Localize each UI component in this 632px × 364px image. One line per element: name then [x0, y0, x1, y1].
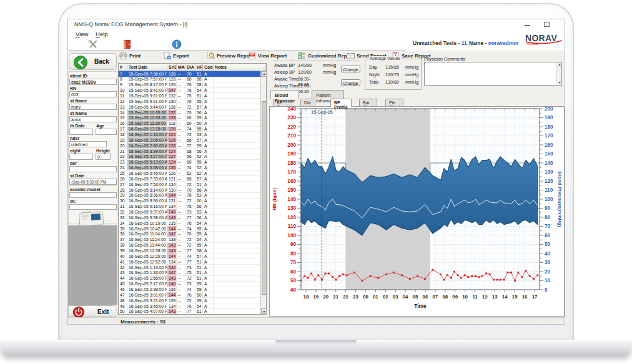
- table-row[interactable]: 2716-Sep-05 7:53:00 AM134--7251A: [119, 182, 261, 187]
- column-header[interactable]: DIA: [185, 64, 195, 71]
- recorder-model-field[interactable]: [69, 192, 117, 198]
- table-row[interactable]: 2816-Sep-05 8:14:00 AM130--7056A: [119, 187, 261, 193]
- column-header[interactable]: #: [119, 64, 127, 71]
- physician-comments-input[interactable]: [424, 62, 562, 86]
- tab-blood-pressure[interactable]: Blood Pressure: [270, 90, 299, 99]
- tab-patient-information[interactable]: Patient Information: [312, 90, 344, 99]
- table-row[interactable]: 1115-Sep-05 9:01:00 PM132--7551A: [119, 93, 261, 99]
- user-name-value[interactable]: noravadmin: [488, 40, 518, 46]
- table-row[interactable]: 1916-Sep-05 2:05:00 AM125--6657A: [119, 137, 261, 143]
- table-scrollbar[interactable]: [260, 71, 266, 314]
- table-row[interactable]: 1515-Sep-05 10:53:00 ...128--6659A: [119, 116, 261, 121]
- exit-button[interactable]: Exit: [68, 305, 117, 317]
- scroll-up-icon[interactable]: [558, 64, 561, 66]
- table-row[interactable]: 2516-Sep-05 6:45:00 AM126--6262A: [119, 170, 261, 176]
- minimize-icon[interactable]: [525, 25, 530, 26]
- svg-text:19: 19: [314, 294, 319, 300]
- table-row[interactable]: 3016-Sep-05 8:56:00 AM131--7260A: [119, 199, 261, 204]
- mrn-field[interactable]: 003: [69, 91, 117, 97]
- unmatched-tests-count[interactable]: 11: [462, 40, 467, 46]
- menu-view[interactable]: View: [76, 31, 88, 37]
- table-row[interactable]: 3316-Sep-05 9:58:00 AM143--7756A: [119, 215, 261, 220]
- table-row[interactable]: 815-Sep-05 7:57:00 PM128--6858A: [119, 77, 261, 82]
- table-row[interactable]: 4616-Sep-05 2:39:00 PM136--7459A: [119, 287, 261, 293]
- table-row[interactable]: 4916-Sep-05 3:45:00 PM134--7654A: [119, 303, 261, 309]
- table-row[interactable]: 3616-Sep-05 11:04:00 ...147--7655A: [119, 232, 261, 237]
- column-header[interactable]: MAP: [177, 64, 185, 71]
- comments-scrollbar[interactable]: [556, 62, 561, 85]
- change-bp-button[interactable]: Change: [341, 66, 360, 72]
- subtab-bp-profile[interactable]: BP Profile: [330, 99, 352, 107]
- svg-text:70: 70: [290, 260, 297, 265]
- table-row[interactable]: 4016-Sep-05 12:29:00 ...144--7457A: [119, 253, 261, 259]
- table-row[interactable]: 4416-Sep-05 1:56:00 PM143--7251A: [119, 276, 261, 282]
- table-row[interactable]: 1816-Sep-05 1:16:00 AM124--7253A: [119, 132, 261, 137]
- subtab-bar-chart[interactable]: Bar Chart: [359, 99, 377, 106]
- svg-text:10: 10: [545, 278, 551, 283]
- table-row[interactable]: 2016-Sep-05 2:50:00 AM128--7259A: [119, 143, 261, 149]
- column-header[interactable]: Notes: [214, 64, 266, 71]
- column-header[interactable]: Code: [203, 64, 214, 71]
- table-row[interactable]: 3416-Sep-05 10:19:00 ...135--7654A: [119, 220, 261, 226]
- preview-report-button[interactable]: Preview Report: [207, 52, 253, 61]
- last-name-label: st Name: [70, 111, 87, 116]
- table-row[interactable]: 2216-Sep-05 4:27:00 AM127--6652A: [119, 154, 261, 160]
- table-row[interactable]: 2316-Sep-05 5:13:00 AM124--6855A: [119, 160, 261, 165]
- maximize-icon[interactable]: [544, 22, 550, 27]
- column-header[interactable]: SYS: [167, 64, 177, 71]
- table-row[interactable]: 3216-Sep-05 9:37:00 AM146--7353A: [119, 209, 261, 215]
- table-row[interactable]: 5016-Sep-05 4:07:00 PM143--7761A: [119, 309, 261, 314]
- table-row[interactable]: 1015-Sep-05 8:41:00 PM147--7654A: [119, 88, 261, 94]
- tools-icon[interactable]: [88, 39, 98, 52]
- export-button[interactable]: Export: [163, 52, 189, 61]
- table-row[interactable]: 4216-Sep-05 1:13:00 PM142--7351A: [119, 265, 261, 270]
- age-field[interactable]: [96, 129, 117, 135]
- table-row[interactable]: 1716-Sep-05 12:28:00 ...126--7455A: [119, 127, 261, 132]
- birth-date-field[interactable]: [69, 129, 93, 135]
- subtab-dia-vs-sys[interactable]: Dia vs Sys: [300, 99, 315, 106]
- serial-number-field[interactable]: [69, 204, 117, 210]
- height-field[interactable]: 0: [96, 154, 111, 160]
- scroll-down-icon[interactable]: [558, 82, 561, 84]
- info-icon[interactable]: [172, 39, 182, 52]
- table-row[interactable]: 4716-Sep-05 3:01:00 PM144--7650A: [119, 292, 261, 298]
- table-row[interactable]: 1215-Sep-05 9:21:00 PM130--7655A: [119, 99, 261, 104]
- table-row[interactable]: 1615-Sep-05 11:39:00 ...118--6050A: [119, 121, 261, 127]
- table-row[interactable]: 4516-Sep-05 2:17:00 PM140--7359A: [119, 282, 261, 287]
- column-header[interactable]: Test Date: [127, 64, 167, 71]
- table-row[interactable]: 2616-Sep-05 7:33:00 AM121--6857A: [119, 176, 261, 182]
- subtab-pie-chart[interactable]: Pie Chart: [385, 99, 403, 106]
- table-row[interactable]: 2916-Sep-05 8:36:00 AM144--7853A: [119, 193, 261, 199]
- table-row[interactable]: 3516-Sep-05 10:42:00 ...144--7455A: [119, 226, 261, 232]
- table-row[interactable]: 4116-Sep-05 12:52:00 ...134--7751A: [119, 259, 261, 265]
- table-row[interactable]: 715-Sep-05 7:36:00 PM136--7051A: [119, 71, 261, 77]
- scrollbar-thumb[interactable]: [262, 101, 267, 295]
- exit-door-icon[interactable]: [122, 39, 132, 52]
- test-date-field[interactable]: -Sep-05 5:30:00 PM: [69, 179, 117, 185]
- scroll-up-icon[interactable]: [261, 71, 267, 77]
- table-row[interactable]: 1315-Sep-05 9:44:00 PM136--7257A: [119, 104, 261, 110]
- last-name-field[interactable]: anna: [69, 116, 117, 122]
- gender-field[interactable]: ndefined: [69, 141, 107, 147]
- scroll-down-icon[interactable]: [261, 308, 267, 314]
- table-row[interactable]: 3116-Sep-05 9:16:00 AM134--7556A: [119, 204, 261, 210]
- table-row[interactable]: 915-Sep-05 8:17:00 PM135--7658A: [119, 82, 261, 88]
- column-header[interactable]: HR: [195, 64, 203, 71]
- print-button[interactable]: Print: [119, 52, 141, 61]
- menu-help[interactable]: Help: [96, 31, 108, 37]
- back-button[interactable]: Back: [69, 53, 117, 70]
- table-row[interactable]: 3716-Sep-05 11:24:00 ...138--7254A: [119, 237, 261, 243]
- weight-field[interactable]: [69, 154, 93, 160]
- back-button-label: Back: [94, 58, 109, 65]
- table-row[interactable]: 1415-Sep-05 10:05:00 ...132--7056A: [119, 110, 261, 116]
- first-name-field[interactable]: mary: [69, 104, 117, 110]
- table-row[interactable]: 3816-Sep-05 11:44:00 ...143--7255A: [119, 243, 261, 248]
- patient-id-field[interactable]: cas2 M2SDy: [69, 79, 117, 85]
- table-row[interactable]: 2116-Sep-05 3:39:00 AM124--6856A: [119, 149, 261, 154]
- table-row[interactable]: 3916-Sep-05 12:08:00 ...143--7758A: [119, 248, 261, 254]
- change-time-button[interactable]: Change: [341, 79, 360, 86]
- table-row[interactable]: 2416-Sep-05 5:58:00 AM135--7452A: [119, 165, 261, 171]
- table-row[interactable]: 4816-Sep-05 3:21:00 PM139--7259A: [119, 298, 261, 303]
- table-row[interactable]: 4316-Sep-05 1:33:00 PM147--7551A: [119, 270, 261, 276]
- order-field[interactable]: [69, 166, 117, 172]
